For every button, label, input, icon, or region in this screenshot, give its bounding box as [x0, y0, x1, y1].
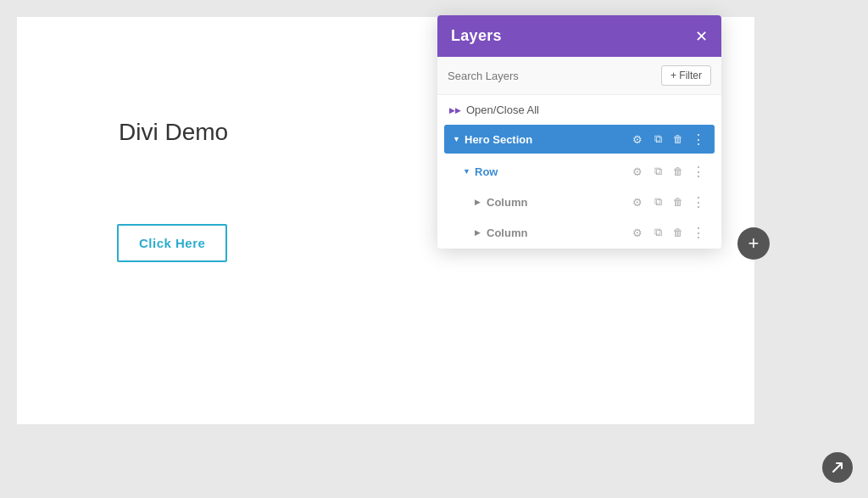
layer-item-column-2[interactable]: ▶ Column	[466, 218, 715, 247]
layers-search-input[interactable]	[448, 70, 654, 82]
click-here-button[interactable]: Click Here	[117, 224, 227, 262]
hero-section-icons	[630, 131, 706, 147]
open-close-label: Open/Close All	[466, 104, 539, 116]
column1-copy-icon[interactable]	[650, 194, 665, 210]
layers-header: Layers ✕	[437, 15, 721, 57]
layers-body: ▶ Open/Close All ▼ Hero Section ▼ Row	[437, 95, 721, 247]
layers-search-row: + Filter	[437, 57, 721, 95]
column1-delete-icon[interactable]	[670, 194, 686, 210]
row-expand-icon: ▼	[463, 167, 475, 176]
layers-close-button[interactable]: ✕	[695, 29, 708, 44]
hero-section-copy-icon[interactable]	[650, 131, 665, 147]
column2-copy-icon[interactable]	[650, 225, 665, 240]
row-delete-icon[interactable]	[670, 164, 686, 179]
layer-item-row[interactable]: ▼ Row	[454, 157, 715, 186]
column1-icons	[630, 194, 706, 210]
column2-delete-icon[interactable]	[670, 225, 686, 240]
column2-expand-icon: ▶	[475, 228, 487, 237]
demo-title: Divi Demo	[119, 119, 228, 146]
row-settings-icon[interactable]	[630, 164, 645, 179]
arrow-navigate-icon[interactable]	[822, 452, 853, 483]
layers-panel: Layers ✕ + Filter ▶ Open/Close All ▼ Her…	[437, 15, 721, 249]
hero-section-delete-icon[interactable]	[670, 131, 686, 147]
row-icons	[630, 164, 706, 179]
hero-section-expand-icon: ▼	[453, 135, 465, 143]
row-copy-icon[interactable]	[650, 164, 665, 179]
layer-item-column-1[interactable]: ▶ Column	[466, 187, 715, 216]
open-close-all-row[interactable]: ▶ Open/Close All	[437, 95, 721, 125]
column2-more-icon[interactable]	[691, 225, 706, 240]
hero-section-more-icon[interactable]	[691, 131, 706, 147]
layers-title: Layers	[451, 27, 502, 45]
column1-expand-icon: ▶	[475, 198, 487, 206]
add-layer-button[interactable]: +	[737, 227, 770, 260]
column1-more-icon[interactable]	[691, 194, 706, 210]
column1-settings-icon[interactable]	[630, 194, 645, 210]
column2-label: Column	[487, 227, 630, 239]
canvas-bottom-bar	[0, 424, 868, 498]
column1-label: Column	[487, 196, 630, 209]
row-more-icon[interactable]	[691, 164, 706, 179]
layer-item-hero-section[interactable]: ▼ Hero Section	[444, 125, 715, 154]
hero-section-label: Hero Section	[465, 133, 630, 146]
open-close-chevron-icon: ▶	[449, 106, 461, 115]
column2-settings-icon[interactable]	[630, 225, 645, 240]
filter-button[interactable]: + Filter	[661, 65, 711, 86]
row-label: Row	[475, 165, 630, 178]
hero-section-settings-icon[interactable]	[630, 131, 645, 147]
column2-icons	[630, 225, 706, 240]
